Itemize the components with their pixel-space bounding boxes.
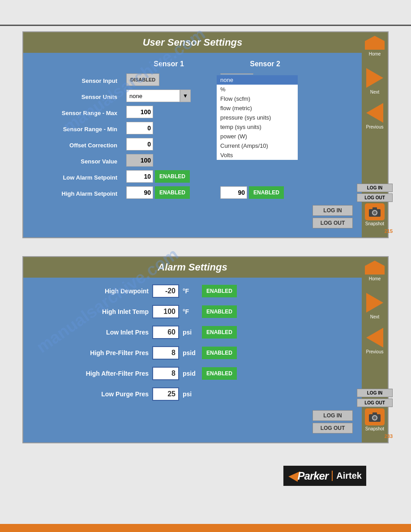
bottom-sidebar-logout[interactable]: LOG OUT bbox=[357, 399, 393, 407]
top-auth-buttons: LOG IN LOG OUT bbox=[32, 202, 353, 230]
alarm-status-4[interactable]: ENABLED bbox=[202, 367, 237, 380]
top-sidebar-login[interactable]: LOG IN bbox=[357, 184, 393, 192]
top-home-btn[interactable]: Home bbox=[364, 36, 385, 56]
svg-point-6 bbox=[373, 416, 377, 420]
bottom-orange-bar bbox=[0, 524, 411, 532]
top-logout-btn[interactable]: LOG OUT bbox=[313, 218, 353, 228]
alarm-value-2: 60 bbox=[152, 326, 179, 339]
top-prev-btn[interactable]: Previous bbox=[364, 106, 385, 126]
dropdown-item-pressure[interactable]: pressure (sys units) bbox=[217, 113, 298, 122]
s1-input-row: DISABLED bbox=[126, 72, 211, 88]
dropdown-item-volts[interactable]: Volts bbox=[217, 150, 298, 160]
s1-low-alarm-status[interactable]: ENABLED bbox=[155, 170, 190, 183]
svg-point-2 bbox=[373, 211, 377, 215]
dropdown-item-power[interactable]: power (W) bbox=[217, 132, 298, 141]
alarm-unit-4: psid bbox=[183, 370, 198, 377]
bottom-home-icon bbox=[365, 261, 385, 275]
bottom-panel-header: Alarm Settings bbox=[23, 257, 362, 278]
parker-arrow: ◀ bbox=[288, 468, 298, 483]
s1-high-alarm-input[interactable] bbox=[126, 186, 153, 199]
s2-high-alarm-row: ENABLED bbox=[220, 184, 310, 201]
alarm-value-1: 100 bbox=[152, 305, 179, 318]
panel-main-bottom: Alarm Settings manualsarchive.com High D… bbox=[23, 257, 362, 442]
s2-high-alarm-status[interactable]: ENABLED bbox=[249, 186, 284, 199]
s1-range-max-row bbox=[126, 104, 211, 120]
top-sidebar-logout[interactable]: LOG OUT bbox=[357, 193, 393, 202]
s1-high-alarm-row: ENABLED bbox=[126, 184, 211, 201]
s1-value-input[interactable] bbox=[126, 154, 153, 167]
dropdown-item-percent[interactable]: % bbox=[217, 85, 298, 94]
top-panel-header: User Sensor Settings bbox=[23, 32, 362, 53]
alarm-label-1: High Inlet Temp bbox=[50, 308, 149, 315]
svg-rect-7 bbox=[372, 412, 377, 415]
alarm-unit-0: °F bbox=[183, 287, 198, 295]
top-panel-title: User Sensor Settings bbox=[28, 37, 357, 48]
dropdown-item-flow-metric[interactable]: flow (metric) bbox=[217, 103, 298, 113]
dropdown-item-temp[interactable]: temp (sys units) bbox=[217, 122, 298, 132]
alarm-settings-panel: Alarm Settings manualsarchive.com High D… bbox=[22, 256, 389, 443]
alarm-status-2[interactable]: ENABLED bbox=[202, 326, 237, 339]
s2-units-row: none ▼ none % Flow (scfm) flow (metric) … bbox=[220, 88, 310, 104]
bottom-sidebar-login[interactable]: LOG IN bbox=[357, 389, 393, 397]
prev-label: Previous bbox=[366, 124, 384, 129]
bottom-next-btn[interactable]: Next bbox=[364, 296, 385, 316]
bottom-prev-btn[interactable]: Previous bbox=[364, 330, 385, 351]
s1-low-alarm-input[interactable] bbox=[126, 170, 153, 183]
alarm-value-5: 25 bbox=[152, 387, 179, 401]
s1-input-btn[interactable]: DISABLED bbox=[126, 73, 159, 86]
alarm-status-0[interactable]: ENABLED bbox=[202, 285, 237, 297]
sensor-columns: Sensor Input Sensor Units Sensor Range -… bbox=[32, 58, 353, 202]
top-login-btn[interactable]: LOG IN bbox=[313, 205, 353, 216]
s1-offset-input[interactable] bbox=[126, 138, 153, 150]
alarm-unit-5: psi bbox=[183, 390, 198, 398]
s2-high-alarm-input[interactable] bbox=[220, 186, 247, 199]
bottom-page-num: 233 bbox=[385, 433, 393, 439]
dropdown-item-flow-scfm[interactable]: Flow (scfm) bbox=[217, 94, 298, 103]
bottom-panel-title: Alarm Settings bbox=[28, 262, 357, 273]
alarm-row-1: High Inlet Temp 100 °F ENABLED bbox=[50, 304, 353, 320]
bottom-prev-label: Previous bbox=[366, 349, 384, 354]
bottom-home-btn[interactable]: Home bbox=[364, 261, 385, 281]
bottom-login-btn[interactable]: LOG IN bbox=[313, 410, 353, 421]
bottom-prev-icon bbox=[366, 328, 383, 348]
alarm-label-0: High Dewpoint bbox=[50, 287, 149, 295]
alarm-value-3: 8 bbox=[152, 346, 179, 360]
label-sensor-units: Sensor Units bbox=[32, 89, 122, 105]
s1-high-alarm-status[interactable]: ENABLED bbox=[155, 186, 190, 199]
alarm-label-3: High Pre-Filter Pres bbox=[50, 349, 149, 356]
sensor2-col: Sensor 2 DISABLED none ▼ none bbox=[211, 58, 310, 202]
top-divider bbox=[0, 25, 411, 26]
label-range-min: Sensor Range - Min bbox=[32, 121, 122, 137]
s1-range-min-input[interactable] bbox=[126, 122, 153, 134]
bottom-logout-btn[interactable]: LOG OUT bbox=[313, 423, 353, 433]
alarm-row-5: Low Purge Pres 25 psi bbox=[50, 386, 353, 402]
s2-low-alarm-row bbox=[220, 168, 310, 184]
s1-units-arrow[interactable]: ▼ bbox=[180, 90, 191, 102]
alarm-status-3[interactable]: ENABLED bbox=[202, 347, 237, 359]
top-snapshot-btn[interactable]: Snapshot bbox=[365, 203, 385, 226]
units-dropdown: none % Flow (scfm) flow (metric) pressur… bbox=[216, 74, 299, 161]
label-sensor-input: Sensor Input bbox=[32, 73, 122, 89]
s1-units-select-wrapper: none ▼ bbox=[126, 90, 191, 102]
snapshot-label: Snapshot bbox=[365, 221, 384, 226]
label-low-alarm: Low Alarm Setpoint bbox=[32, 169, 122, 185]
bottom-next-label: Next bbox=[370, 314, 380, 319]
alarm-value-0: -20 bbox=[152, 284, 179, 298]
label-high-alarm: High Alarm Setpoint bbox=[32, 185, 122, 202]
bottom-panel-sidebar: Home Next Previous LOG IN LOG OUT bbox=[362, 257, 388, 442]
s1-offset-row bbox=[126, 136, 211, 152]
top-next-btn[interactable]: Next bbox=[364, 71, 385, 91]
alarm-unit-1: °F bbox=[183, 308, 198, 315]
alarm-unit-3: psid bbox=[183, 349, 198, 356]
bottom-home-label: Home bbox=[369, 276, 381, 281]
s1-range-max-input[interactable] bbox=[126, 106, 153, 118]
alarm-content: manualsarchive.com High Dewpoint -20 °F … bbox=[23, 278, 362, 442]
alarm-status-1[interactable]: ENABLED bbox=[202, 305, 237, 318]
dropdown-item-current[interactable]: Current (Amps/10) bbox=[217, 141, 298, 150]
dropdown-item-none[interactable]: none bbox=[217, 75, 298, 85]
bottom-next-icon bbox=[366, 293, 383, 313]
top-panel-sidebar: Home Next Previous LOG IN LOG OUT bbox=[362, 32, 388, 237]
s1-low-alarm-row: ENABLED bbox=[126, 168, 211, 184]
bottom-snapshot-btn[interactable]: Snapshot bbox=[365, 408, 385, 431]
alarm-unit-2: psi bbox=[183, 329, 198, 336]
